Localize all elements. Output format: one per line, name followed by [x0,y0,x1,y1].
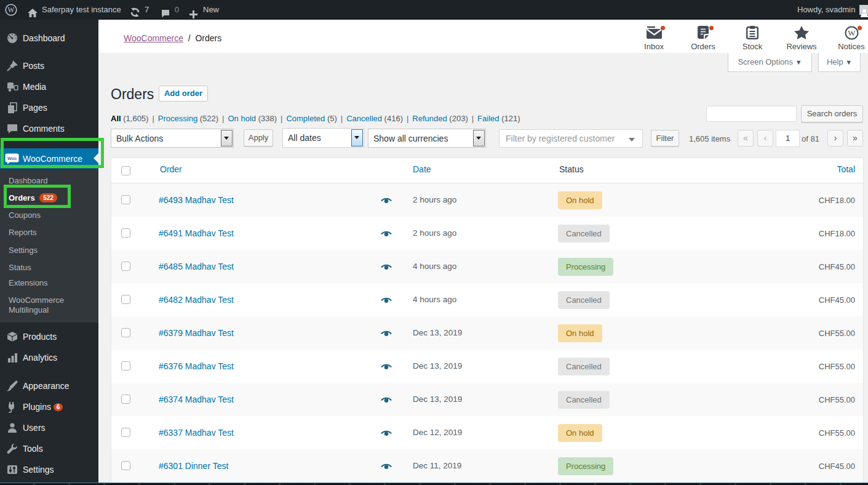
svg-text:W: W [848,28,856,38]
svg-text:W: W [8,6,15,14]
